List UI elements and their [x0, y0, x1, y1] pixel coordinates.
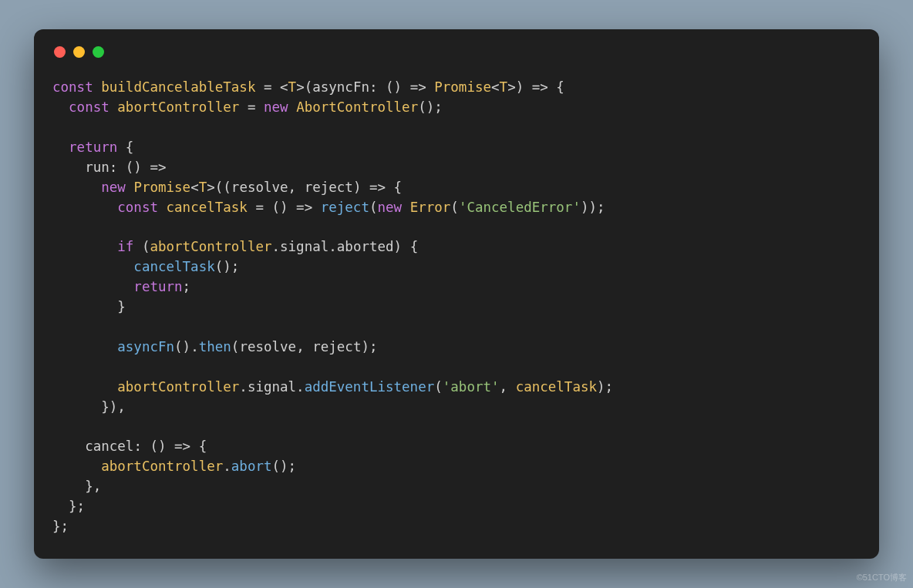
code-window: const buildCancelableTask = <T>(asyncFn:…: [34, 29, 879, 558]
zoom-icon[interactable]: [93, 46, 104, 58]
code-content: const buildCancelableTask = <T>(asyncFn:…: [52, 78, 861, 536]
minimize-icon[interactable]: [73, 46, 85, 58]
traffic-lights: [54, 46, 861, 58]
close-icon[interactable]: [54, 46, 66, 58]
watermark: ©51CTO博客: [857, 572, 907, 583]
